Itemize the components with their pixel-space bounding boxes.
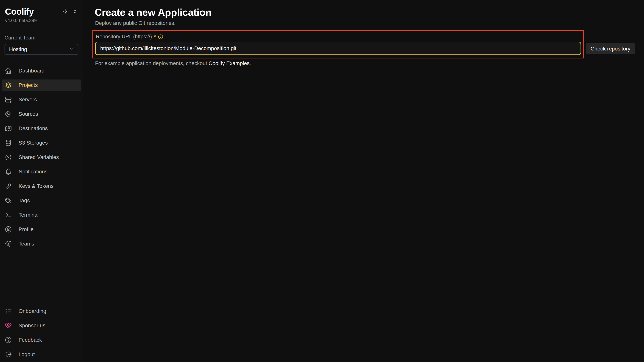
sidebar-item-label: Shared Variables: [18, 154, 59, 160]
sidebar-item-onboarding[interactable]: Onboarding: [2, 305, 81, 317]
repository-url-input-wrap: [95, 42, 581, 55]
sidebar-item-servers[interactable]: Servers: [2, 94, 81, 105]
sidebar-item-label: Logout: [18, 351, 35, 357]
logo-row: Coolify: [0, 7, 83, 17]
logout-icon: [4, 351, 12, 358]
sidebar-item-keys-tokens[interactable]: Keys & Tokens: [2, 180, 81, 192]
chevron-down-icon: [68, 46, 74, 53]
sidebar-item-teams[interactable]: Teams: [2, 238, 81, 250]
heart-handshake-icon: [4, 322, 12, 329]
repository-form: Repository URL (https://) * Check reposi…: [95, 30, 644, 58]
tags-icon: [4, 197, 12, 204]
check-repository-button[interactable]: Check repository: [586, 43, 635, 54]
home-icon: [4, 67, 12, 75]
main-content: Create a new Application Deploy any publ…: [83, 0, 644, 362]
sidebar-item-shared-variables[interactable]: Shared Variables: [2, 152, 81, 163]
coolify-examples-link[interactable]: Coolify Examples: [208, 60, 250, 66]
sidebar-item-sponsor-us[interactable]: Sponsor us: [2, 320, 81, 331]
sidebar-item-tags[interactable]: Tags: [2, 195, 81, 206]
sidebar-item-destinations[interactable]: Destinations: [2, 123, 81, 134]
git-source-icon: [4, 110, 12, 118]
sidebar-item-label: Feedback: [18, 337, 42, 343]
users-group-icon: [4, 240, 12, 248]
sidebar-item-label: Sources: [18, 111, 38, 117]
terminal-icon: [4, 211, 12, 219]
sidebar-footer-nav: Onboarding Sponsor us: [0, 305, 83, 362]
sidebar-item-label: Tags: [18, 198, 30, 204]
sidebar-item-s3-storages[interactable]: S3 Storages: [2, 137, 81, 148]
sidebar-item-label: Dashboard: [18, 68, 44, 74]
sidebar-item-label: Keys & Tokens: [18, 183, 54, 189]
repository-url-input[interactable]: [95, 42, 581, 55]
sidebar-item-label: Teams: [18, 241, 34, 247]
sidebar-item-label: Sponsor us: [18, 322, 46, 329]
sidebar-item-logout[interactable]: Logout: [2, 349, 81, 360]
server-icon: [4, 96, 12, 103]
user-circle-icon: [4, 226, 12, 233]
text-caret: [254, 45, 254, 52]
info-circle-icon[interactable]: [158, 34, 164, 40]
helper-prefix: For example application deployments, che…: [95, 60, 208, 66]
sun-icon[interactable]: [62, 8, 69, 15]
sidebar-item-sources[interactable]: Sources: [2, 108, 81, 120]
helper-suffix: .: [250, 60, 251, 66]
bell-icon: [4, 168, 12, 175]
sidebar-item-projects[interactable]: Projects: [2, 80, 81, 91]
sidebar-item-label: Terminal: [18, 212, 39, 218]
page-subtitle: Deploy any public Git repositories.: [95, 20, 644, 26]
helper-text: For example application deployments, che…: [95, 60, 644, 66]
sidebar-item-label: Servers: [18, 97, 37, 103]
sidebar-item-label: Notifications: [18, 169, 48, 175]
sidebar-item-feedback[interactable]: Feedback: [2, 334, 81, 346]
app-version: v4.0.0-beta.399: [0, 18, 83, 23]
team-selected-value: Hosting: [9, 46, 27, 52]
app-logo: Coolify: [5, 7, 34, 17]
annotation-highlight-box: Repository URL (https://) *: [92, 30, 584, 58]
sidebar-item-label: Onboarding: [18, 308, 46, 314]
checklist-icon: [4, 307, 12, 315]
sidebar-item-label: Destinations: [18, 125, 48, 131]
team-select-dropdown[interactable]: Hosting: [4, 44, 78, 55]
sidebar-item-notifications[interactable]: Notifications: [2, 166, 81, 177]
sidebar-item-profile[interactable]: Profile: [2, 224, 81, 235]
variable-icon: [4, 153, 12, 161]
sidebar-item-label: S3 Storages: [18, 140, 48, 146]
selector-icon[interactable]: [72, 9, 78, 15]
repository-url-label-row: Repository URL (https://) *: [95, 34, 581, 40]
repository-url-label: Repository URL (https://): [96, 34, 152, 40]
sidebar-nav: Dashboard Projects Ser: [0, 65, 83, 250]
sidebar-item-terminal[interactable]: Terminal: [2, 209, 81, 221]
page-title: Create a new Application: [95, 7, 644, 18]
map-icon: [4, 125, 12, 132]
sidebar-item-label: Profile: [18, 226, 34, 232]
sidebar: Coolify v4.0.0-beta.399 Current Team: [0, 0, 83, 362]
current-team-block: Current Team Hosting: [0, 35, 83, 55]
help-circle-icon: [4, 336, 12, 344]
sidebar-item-label: Projects: [18, 82, 38, 88]
key-icon: [4, 182, 12, 190]
current-team-label: Current Team: [4, 35, 78, 41]
sidebar-item-dashboard[interactable]: Dashboard: [2, 65, 81, 76]
database-icon: [4, 139, 12, 147]
layers-icon: [4, 81, 12, 89]
required-marker: *: [154, 34, 156, 40]
coolify-app: Coolify v4.0.0-beta.399 Current Team: [0, 0, 644, 362]
